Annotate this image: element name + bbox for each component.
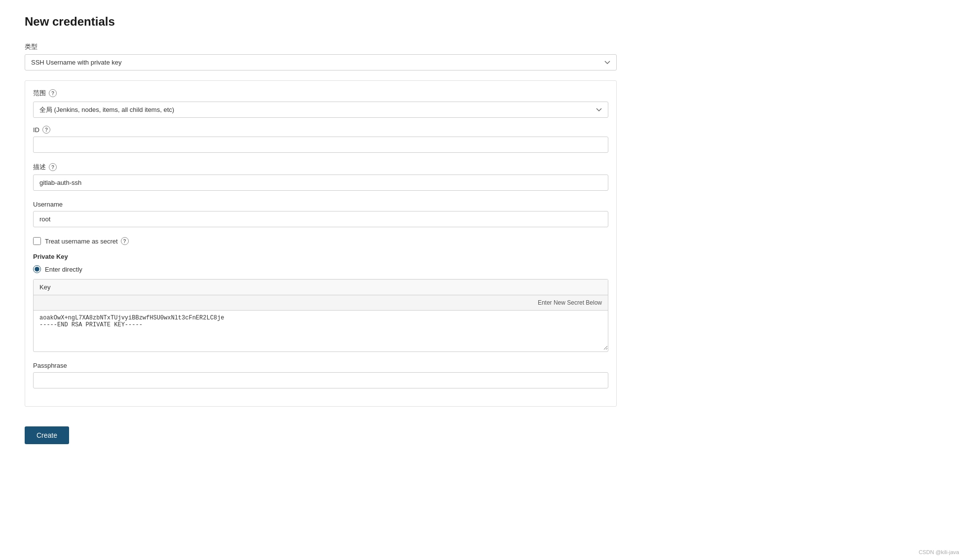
footer-watermark: CSDN @kili-java	[919, 549, 959, 555]
scope-select[interactable]: 全局 (Jenkins, nodes, items, all child ite…	[33, 102, 608, 118]
description-input[interactable]	[33, 175, 608, 191]
enter-directly-label: Enter directly	[45, 266, 82, 273]
description-label: 描述 ?	[33, 163, 608, 172]
username-label: Username	[33, 201, 608, 208]
private-key-section: Private Key Enter directly Key Enter New…	[33, 253, 608, 352]
treat-username-secret-checkbox[interactable]	[33, 237, 41, 245]
enter-directly-radio[interactable]	[33, 265, 41, 273]
id-section: ID ?	[33, 126, 608, 153]
scope-help-icon[interactable]: ?	[49, 89, 57, 97]
username-section: Username	[33, 201, 608, 227]
passphrase-input[interactable]	[33, 372, 608, 388]
id-help-icon[interactable]: ?	[42, 126, 50, 134]
id-input[interactable]	[33, 137, 608, 153]
description-help-icon[interactable]: ?	[49, 163, 57, 171]
key-textarea[interactable]	[34, 311, 608, 350]
id-label: ID ?	[33, 126, 608, 134]
private-key-title: Private Key	[33, 253, 608, 260]
page-title: New credentials	[25, 15, 617, 29]
type-label: 类型	[25, 42, 617, 51]
username-input[interactable]	[33, 211, 608, 227]
treat-username-help-icon[interactable]: ?	[121, 237, 129, 245]
create-button[interactable]: Create	[25, 426, 69, 444]
scope-section: 范围 ? 全局 (Jenkins, nodes, items, all chil…	[25, 80, 617, 407]
enter-directly-container: Enter directly	[33, 265, 608, 273]
passphrase-label: Passphrase	[33, 362, 608, 369]
enter-secret-bar: Enter New Secret Below	[34, 295, 608, 311]
key-box-header: Key	[34, 280, 608, 295]
passphrase-section: Passphrase	[33, 362, 608, 388]
key-box: Key Enter New Secret Below	[33, 279, 608, 352]
treat-username-secret-container: Treat username as secret ?	[33, 237, 608, 245]
type-section: 类型 SSH Username with private key	[25, 42, 617, 70]
scope-label: 范围 ?	[33, 89, 608, 98]
type-select[interactable]: SSH Username with private key	[25, 54, 617, 70]
description-section: 描述 ?	[33, 163, 608, 191]
treat-username-secret-label: Treat username as secret ?	[45, 237, 129, 245]
